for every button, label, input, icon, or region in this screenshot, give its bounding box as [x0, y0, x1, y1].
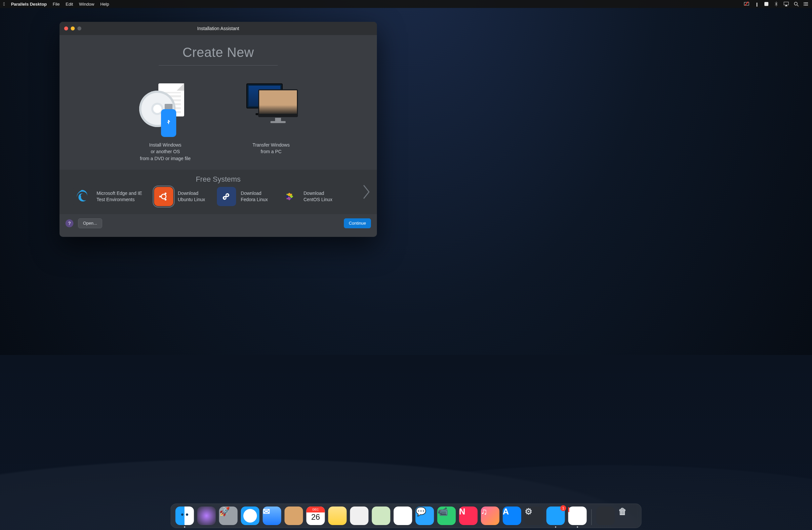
- free-systems-items: Microsoft Edge and IE Test Environments …: [73, 187, 364, 206]
- dock-system-preferences[interactable]: ⚙︎: [525, 506, 543, 525]
- app-menus: File Edit Window Help: [53, 2, 109, 6]
- list-menu-icon[interactable]: [803, 1, 809, 6]
- svg-point-17: [165, 198, 166, 200]
- centos-icon: [280, 187, 299, 206]
- dock-screen-sharing[interactable]: 1: [547, 506, 565, 525]
- create-new-heading: Create New: [59, 45, 377, 60]
- fedora-icon: [217, 187, 236, 206]
- create-options: Install Windows or another OS from a DVD…: [59, 71, 377, 170]
- free-system-edge-label: Microsoft Edge and IE Test Environments: [97, 190, 142, 203]
- window-footer: ? Open... Continue: [59, 214, 377, 233]
- dock-downloads[interactable]: [596, 506, 615, 525]
- window-content: Create New Install Windows or another OS…: [59, 35, 377, 237]
- menu-bar:  Parallels Desktop File Edit Window Hel…: [0, 0, 812, 8]
- menu-file[interactable]: File: [53, 2, 60, 6]
- svg-point-12: [804, 5, 804, 5]
- window-titlebar[interactable]: Installation Assistant: [59, 22, 377, 35]
- free-system-centos[interactable]: Download CentOS Linux: [280, 187, 332, 206]
- transfer-option-line2: from a PC: [228, 148, 314, 155]
- scroll-right-button[interactable]: [360, 180, 373, 204]
- continue-button[interactable]: Continue: [344, 218, 371, 228]
- dock-music[interactable]: ♫: [481, 506, 499, 525]
- window-title: Installation Assistant: [198, 26, 240, 31]
- free-systems-heading: Free Systems: [73, 175, 364, 184]
- free-systems-strip: Free Systems Microsoft Edge and IE Test …: [59, 170, 377, 214]
- menu-window[interactable]: Window: [79, 2, 94, 6]
- free-system-ubuntu-label: Download Ubuntu Linux: [178, 190, 205, 203]
- free-system-fedora[interactable]: Download Fedora Linux: [217, 187, 268, 206]
- dock-finder[interactable]: [176, 506, 194, 525]
- parallels-menu-icon[interactable]: ||: [754, 1, 759, 6]
- svg-line-6: [797, 5, 798, 6]
- free-system-label-line: Fedora Linux: [241, 196, 268, 203]
- free-system-ubuntu[interactable]: Download Ubuntu Linux: [154, 187, 205, 206]
- dock-launchpad[interactable]: 🚀: [219, 506, 238, 525]
- free-system-centos-label: Download CentOS Linux: [304, 190, 332, 203]
- bluetooth-icon[interactable]: [774, 1, 779, 6]
- running-indicator: [555, 526, 556, 528]
- svg-rect-3: [784, 2, 788, 5]
- window-close-button[interactable]: [64, 27, 68, 30]
- free-system-edge[interactable]: Microsoft Edge and IE Test Environments: [73, 187, 142, 206]
- running-indicator: [184, 526, 186, 528]
- free-system-label-line: Ubuntu Linux: [178, 196, 205, 203]
- dock-news[interactable]: N: [459, 506, 478, 525]
- free-system-label-line: Microsoft Edge and IE: [97, 190, 142, 196]
- calendar-day-label: 26: [306, 509, 325, 525]
- svg-point-16: [165, 193, 166, 195]
- svg-point-14: [161, 194, 166, 199]
- airplay-icon[interactable]: [784, 1, 789, 6]
- dock: 🚀 ✉︎ DEC26 💬 📹 N ♫ A ⚙︎ 1 || 🗑: [171, 503, 642, 528]
- install-from-media-option[interactable]: Install Windows or another OS from a DVD…: [122, 81, 208, 162]
- dock-trash[interactable]: 🗑: [618, 506, 637, 525]
- window-minimize-button[interactable]: [71, 27, 75, 30]
- dock-messages[interactable]: 💬: [416, 506, 434, 525]
- menu-edit[interactable]: Edit: [66, 2, 73, 6]
- svg-point-15: [159, 196, 161, 197]
- dock-photos[interactable]: [394, 506, 412, 525]
- free-system-label-line: Test Environments: [97, 196, 142, 203]
- free-system-label-line: CentOS Linux: [304, 196, 332, 203]
- svg-rect-2: [764, 2, 768, 6]
- edge-icon: [73, 187, 92, 206]
- transfer-option-label: Transfer Windows from a PC: [228, 142, 314, 155]
- svg-point-11: [804, 4, 804, 4]
- dock-siri[interactable]: [198, 506, 216, 525]
- help-button[interactable]: ?: [66, 219, 73, 227]
- svg-point-5: [795, 2, 797, 5]
- free-system-fedora-label: Download Fedora Linux: [241, 190, 268, 203]
- vm-status-icon[interactable]: [744, 1, 749, 6]
- dock-facetime[interactable]: 📹: [437, 506, 456, 525]
- svg-point-10: [804, 2, 804, 3]
- notification-center-icon[interactable]: [764, 1, 769, 6]
- dock-appstore[interactable]: A: [503, 506, 521, 525]
- install-option-line3: from a DVD or image file: [122, 155, 208, 162]
- dock-calendar[interactable]: DEC26: [306, 506, 325, 525]
- menu-extras: ||: [744, 1, 809, 6]
- install-option-label: Install Windows or another OS from a DVD…: [122, 142, 208, 162]
- dock-parallels[interactable]: ||: [568, 506, 587, 525]
- create-new-section: Create New: [59, 35, 377, 71]
- heading-divider: [159, 65, 278, 66]
- dock-contacts[interactable]: [285, 506, 303, 525]
- menu-help[interactable]: Help: [100, 2, 109, 6]
- dock-maps[interactable]: [372, 506, 390, 525]
- dock-safari[interactable]: [241, 506, 260, 525]
- transfer-from-pc-option[interactable]: Transfer Windows from a PC: [228, 81, 314, 162]
- dock-mail[interactable]: ✉︎: [263, 506, 281, 525]
- app-name[interactable]: Parallels Desktop: [11, 2, 47, 6]
- install-option-line2: or another OS: [122, 148, 208, 155]
- window-zoom-button[interactable]: [77, 27, 81, 30]
- apple-menu-icon[interactable]: : [3, 1, 5, 6]
- open-button[interactable]: Open...: [78, 218, 102, 228]
- dock-notes[interactable]: [328, 506, 347, 525]
- free-system-label-line: Download: [241, 190, 268, 196]
- window-controls: [64, 27, 81, 30]
- dock-reminders[interactable]: [350, 506, 368, 525]
- desktop-background: [0, 238, 812, 530]
- free-system-label-line: Download: [304, 190, 332, 196]
- installation-assistant-window: Installation Assistant Create New Instal…: [59, 22, 377, 237]
- dock-separator: [592, 509, 592, 525]
- spotlight-search-icon[interactable]: [794, 1, 799, 6]
- running-indicator: [577, 526, 578, 528]
